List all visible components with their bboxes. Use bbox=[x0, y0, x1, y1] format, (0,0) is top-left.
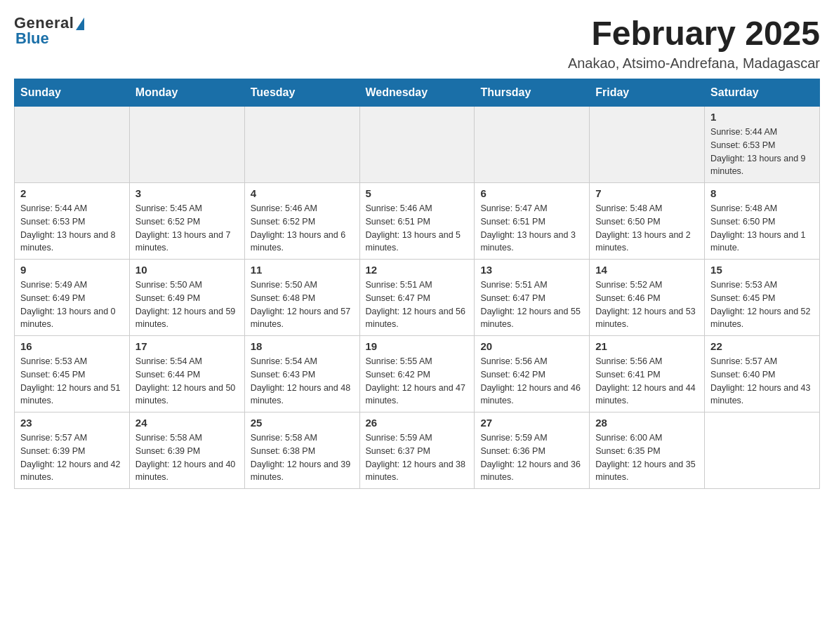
day-number: 27 bbox=[480, 417, 583, 429]
calendar-day-header: Tuesday bbox=[244, 79, 359, 107]
day-info: Sunrise: 5:49 AMSunset: 6:49 PMDaylight:… bbox=[20, 279, 124, 331]
day-number: 26 bbox=[366, 417, 469, 429]
calendar-cell bbox=[705, 412, 820, 489]
day-info: Sunrise: 5:56 AMSunset: 6:41 PMDaylight:… bbox=[595, 355, 699, 408]
calendar-cell: 11Sunrise: 5:50 AMSunset: 6:48 PMDayligh… bbox=[244, 260, 359, 336]
day-info: Sunrise: 5:53 AMSunset: 6:45 PMDaylight:… bbox=[710, 279, 814, 331]
day-info: Sunrise: 5:58 AMSunset: 6:39 PMDaylight:… bbox=[135, 431, 239, 484]
calendar-cell: 23Sunrise: 5:57 AMSunset: 6:39 PMDayligh… bbox=[15, 412, 130, 489]
calendar-week-row: 2Sunrise: 5:44 AMSunset: 6:53 PMDaylight… bbox=[15, 183, 820, 260]
calendar-cell bbox=[590, 107, 705, 183]
calendar-cell bbox=[359, 107, 475, 183]
day-info: Sunrise: 5:51 AMSunset: 6:47 PMDaylight:… bbox=[480, 279, 583, 331]
calendar-cell: 20Sunrise: 5:56 AMSunset: 6:42 PMDayligh… bbox=[475, 336, 590, 412]
day-number: 4 bbox=[251, 187, 354, 199]
day-info: Sunrise: 5:56 AMSunset: 6:42 PMDaylight:… bbox=[480, 355, 583, 408]
day-info: Sunrise: 5:51 AMSunset: 6:47 PMDaylight:… bbox=[366, 279, 469, 331]
day-number: 25 bbox=[251, 417, 354, 429]
calendar-cell: 18Sunrise: 5:54 AMSunset: 6:43 PMDayligh… bbox=[244, 336, 359, 412]
day-number: 6 bbox=[480, 187, 583, 199]
day-number: 18 bbox=[251, 340, 354, 352]
calendar-cell: 5Sunrise: 5:46 AMSunset: 6:51 PMDaylight… bbox=[359, 183, 475, 260]
calendar-cell: 1Sunrise: 5:44 AMSunset: 6:53 PMDaylight… bbox=[705, 107, 820, 183]
day-info: Sunrise: 5:46 AMSunset: 6:52 PMDaylight:… bbox=[251, 202, 354, 255]
day-info: Sunrise: 5:45 AMSunset: 6:52 PMDaylight:… bbox=[135, 202, 239, 255]
calendar-cell: 16Sunrise: 5:53 AMSunset: 6:45 PMDayligh… bbox=[15, 336, 130, 412]
day-number: 11 bbox=[251, 264, 354, 276]
calendar-cell bbox=[244, 107, 359, 183]
day-info: Sunrise: 5:48 AMSunset: 6:50 PMDaylight:… bbox=[595, 202, 699, 255]
day-info: Sunrise: 5:52 AMSunset: 6:46 PMDaylight:… bbox=[595, 279, 699, 331]
calendar-cell: 25Sunrise: 5:58 AMSunset: 6:38 PMDayligh… bbox=[244, 412, 359, 489]
title-area: February 2025 Anakao, Atsimo-Andrefana, … bbox=[568, 14, 820, 72]
day-info: Sunrise: 5:50 AMSunset: 6:49 PMDaylight:… bbox=[135, 279, 239, 331]
day-info: Sunrise: 5:44 AMSunset: 6:53 PMDaylight:… bbox=[710, 126, 814, 178]
logo-triangle-icon bbox=[76, 18, 84, 30]
day-number: 2 bbox=[20, 187, 124, 199]
day-info: Sunrise: 5:47 AMSunset: 6:51 PMDaylight:… bbox=[480, 202, 583, 255]
calendar-cell: 24Sunrise: 5:58 AMSunset: 6:39 PMDayligh… bbox=[129, 412, 244, 489]
day-number: 12 bbox=[366, 264, 469, 276]
calendar-day-header: Thursday bbox=[475, 79, 590, 107]
day-number: 23 bbox=[20, 417, 124, 429]
day-number: 24 bbox=[135, 417, 239, 429]
day-info: Sunrise: 5:48 AMSunset: 6:50 PMDaylight:… bbox=[710, 202, 814, 255]
day-number: 28 bbox=[595, 417, 699, 429]
day-info: Sunrise: 5:58 AMSunset: 6:38 PMDaylight:… bbox=[251, 431, 354, 484]
day-number: 13 bbox=[480, 264, 583, 276]
day-number: 7 bbox=[595, 187, 699, 199]
calendar-day-header: Sunday bbox=[15, 79, 130, 107]
calendar-cell: 6Sunrise: 5:47 AMSunset: 6:51 PMDaylight… bbox=[475, 183, 590, 260]
logo-blue-text: Blue bbox=[14, 29, 49, 48]
month-title: February 2025 bbox=[568, 14, 820, 53]
calendar-day-header: Friday bbox=[590, 79, 705, 107]
day-number: 1 bbox=[710, 111, 814, 123]
calendar-cell: 17Sunrise: 5:54 AMSunset: 6:44 PMDayligh… bbox=[129, 336, 244, 412]
calendar-table: SundayMondayTuesdayWednesdayThursdayFrid… bbox=[14, 79, 820, 489]
calendar-cell: 7Sunrise: 5:48 AMSunset: 6:50 PMDaylight… bbox=[590, 183, 705, 260]
calendar-cell: 8Sunrise: 5:48 AMSunset: 6:50 PMDaylight… bbox=[705, 183, 820, 260]
calendar-day-header: Wednesday bbox=[359, 79, 475, 107]
calendar-week-row: 1Sunrise: 5:44 AMSunset: 6:53 PMDaylight… bbox=[15, 107, 820, 183]
calendar-cell: 15Sunrise: 5:53 AMSunset: 6:45 PMDayligh… bbox=[705, 260, 820, 336]
calendar-cell: 4Sunrise: 5:46 AMSunset: 6:52 PMDaylight… bbox=[244, 183, 359, 260]
day-info: Sunrise: 5:57 AMSunset: 6:39 PMDaylight:… bbox=[20, 431, 124, 484]
day-info: Sunrise: 5:50 AMSunset: 6:48 PMDaylight:… bbox=[251, 279, 354, 331]
day-number: 8 bbox=[710, 187, 814, 199]
calendar-week-row: 23Sunrise: 5:57 AMSunset: 6:39 PMDayligh… bbox=[15, 412, 820, 489]
calendar-cell bbox=[129, 107, 244, 183]
day-number: 19 bbox=[366, 340, 469, 352]
day-number: 22 bbox=[710, 340, 814, 352]
day-number: 20 bbox=[480, 340, 583, 352]
day-number: 10 bbox=[135, 264, 239, 276]
day-info: Sunrise: 5:46 AMSunset: 6:51 PMDaylight:… bbox=[366, 202, 469, 255]
day-info: Sunrise: 5:55 AMSunset: 6:42 PMDaylight:… bbox=[366, 355, 469, 408]
calendar-cell: 28Sunrise: 6:00 AMSunset: 6:35 PMDayligh… bbox=[590, 412, 705, 489]
calendar-cell: 14Sunrise: 5:52 AMSunset: 6:46 PMDayligh… bbox=[590, 260, 705, 336]
location-title: Anakao, Atsimo-Andrefana, Madagascar bbox=[568, 55, 820, 72]
calendar-header-row: SundayMondayTuesdayWednesdayThursdayFrid… bbox=[15, 79, 820, 107]
day-number: 17 bbox=[135, 340, 239, 352]
day-number: 15 bbox=[710, 264, 814, 276]
calendar-cell: 19Sunrise: 5:55 AMSunset: 6:42 PMDayligh… bbox=[359, 336, 475, 412]
day-info: Sunrise: 5:59 AMSunset: 6:36 PMDaylight:… bbox=[480, 431, 583, 484]
day-info: Sunrise: 6:00 AMSunset: 6:35 PMDaylight:… bbox=[595, 431, 699, 484]
calendar-cell: 9Sunrise: 5:49 AMSunset: 6:49 PMDaylight… bbox=[15, 260, 130, 336]
calendar-day-header: Saturday bbox=[705, 79, 820, 107]
calendar-week-row: 16Sunrise: 5:53 AMSunset: 6:45 PMDayligh… bbox=[15, 336, 820, 412]
calendar-cell: 27Sunrise: 5:59 AMSunset: 6:36 PMDayligh… bbox=[475, 412, 590, 489]
day-number: 16 bbox=[20, 340, 124, 352]
calendar-cell: 13Sunrise: 5:51 AMSunset: 6:47 PMDayligh… bbox=[475, 260, 590, 336]
day-number: 9 bbox=[20, 264, 124, 276]
day-number: 5 bbox=[366, 187, 469, 199]
day-number: 14 bbox=[595, 264, 699, 276]
calendar-cell: 26Sunrise: 5:59 AMSunset: 6:37 PMDayligh… bbox=[359, 412, 475, 489]
calendar-cell bbox=[15, 107, 130, 183]
calendar-cell: 21Sunrise: 5:56 AMSunset: 6:41 PMDayligh… bbox=[590, 336, 705, 412]
day-info: Sunrise: 5:53 AMSunset: 6:45 PMDaylight:… bbox=[20, 355, 124, 408]
calendar-cell: 10Sunrise: 5:50 AMSunset: 6:49 PMDayligh… bbox=[129, 260, 244, 336]
day-info: Sunrise: 5:44 AMSunset: 6:53 PMDaylight:… bbox=[20, 202, 124, 255]
day-info: Sunrise: 5:57 AMSunset: 6:40 PMDaylight:… bbox=[710, 355, 814, 408]
calendar-cell: 2Sunrise: 5:44 AMSunset: 6:53 PMDaylight… bbox=[15, 183, 130, 260]
calendar-cell bbox=[475, 107, 590, 183]
